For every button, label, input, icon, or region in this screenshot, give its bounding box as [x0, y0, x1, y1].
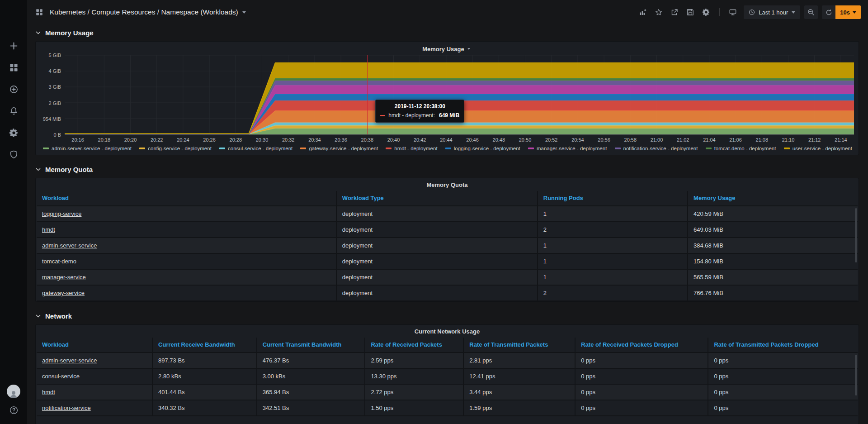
legend-item[interactable]: config-service - deployment: [139, 146, 212, 151]
dashboard-title-dropdown[interactable]: Kubernetes / Compute Resources / Namespa…: [50, 8, 246, 16]
column-header[interactable]: Rate of Transmitted Packets Dropped: [708, 338, 858, 353]
dashboard-picker-button[interactable]: [33, 5, 46, 19]
grafana-logo[interactable]: [5, 5, 22, 22]
dashboard-settings-button[interactable]: [699, 5, 713, 19]
table-cell: 340.32 Bs: [152, 400, 257, 416]
refresh-controls: 10s: [822, 5, 861, 19]
legend-label: notification-service - deployment: [623, 146, 698, 151]
time-range-picker[interactable]: Last 1 hour: [744, 5, 800, 19]
plot-area[interactable]: 2019-11-12 20:38:00 hmdt - deployment: 6…: [65, 55, 854, 135]
column-header[interactable]: Workload: [37, 338, 152, 353]
workload-cell[interactable]: hmdt: [37, 222, 336, 238]
column-header[interactable]: Current Receive Bandwidth: [152, 338, 257, 353]
user-avatar[interactable]: [7, 385, 20, 398]
workload-cell[interactable]: notification-service: [37, 400, 152, 416]
legend-item[interactable]: hmdt - deployment: [386, 146, 437, 151]
workload-cell[interactable]: logging-service: [37, 206, 336, 222]
x-tick-label: 21:02: [677, 137, 689, 143]
workload-link[interactable]: tomcat-demo: [42, 258, 76, 265]
sidebar-item-create[interactable]: [9, 41, 19, 51]
column-header[interactable]: Rate of Transmitted Packets: [463, 338, 575, 353]
workload-cell[interactable]: hmdt: [37, 384, 152, 400]
apps-grid-icon: [36, 9, 43, 16]
x-tick-label: 20:52: [545, 137, 558, 143]
workload-link[interactable]: gateway-service: [42, 290, 85, 296]
workload-link[interactable]: admin-server-service: [42, 242, 97, 249]
workload-cell[interactable]: manager-service: [37, 269, 336, 285]
cycle-view-mode-button[interactable]: [726, 5, 740, 19]
star-dashboard-button[interactable]: [652, 5, 665, 19]
refresh-interval-dropdown[interactable]: 10s: [835, 5, 861, 19]
column-header[interactable]: Workload: [37, 191, 336, 206]
section-memory-quota[interactable]: Memory Quota: [35, 161, 859, 178]
tooltip-value: 649 MiB: [439, 112, 459, 119]
legend-item[interactable]: user-service - deployment: [784, 146, 852, 151]
legend-item[interactable]: consul-service - deployment: [219, 146, 292, 151]
sidebar-item-explore[interactable]: [9, 84, 19, 94]
sidebar-item-configuration[interactable]: [9, 128, 19, 138]
table-cell: deployment: [336, 206, 538, 222]
x-tick-label: 20:20: [124, 137, 137, 143]
scrollbar-thumb[interactable]: [855, 208, 857, 262]
sidebar-item-dashboards[interactable]: [9, 62, 19, 72]
legend-item[interactable]: logging-service - deployment: [445, 146, 520, 151]
table-cell: 1: [538, 269, 688, 285]
chevron-down-icon: [35, 313, 41, 319]
share-dashboard-button[interactable]: [668, 5, 681, 19]
x-tick-label: 20:44: [440, 137, 453, 143]
sidebar-menu: [9, 41, 19, 159]
sidebar-item-help[interactable]: [9, 405, 19, 415]
table-cell: 897.73 Bs: [152, 353, 257, 368]
column-header[interactable]: Running Pods: [538, 191, 688, 206]
panel-title-network[interactable]: Current Network Usage: [37, 325, 858, 338]
table-row: logging-servicedeployment1420.59 MiB: [37, 206, 858, 222]
scrollbar-thumb[interactable]: [855, 355, 857, 395]
workload-link[interactable]: hmdt: [42, 226, 55, 233]
workload-cell[interactable]: gateway-service: [37, 285, 336, 301]
column-header[interactable]: Rate of Received Packets Dropped: [575, 338, 708, 353]
table-cell: deployment: [336, 222, 538, 238]
workload-cell[interactable]: tomcat-demo: [37, 253, 336, 269]
workload-link[interactable]: notification-service: [42, 405, 91, 411]
workload-cell[interactable]: admin-server-service: [37, 353, 152, 368]
workload-link[interactable]: admin-server-service: [42, 357, 97, 364]
panel-title-memory-usage[interactable]: Memory Usage: [38, 43, 854, 55]
legend-item[interactable]: admin-server-service - deployment: [43, 146, 132, 151]
x-tick-label: 20:58: [624, 137, 637, 143]
sidebar-item-server-admin[interactable]: [9, 149, 19, 159]
legend-item[interactable]: tomcat-demo - deployment: [706, 146, 776, 151]
workload-link[interactable]: logging-service: [42, 210, 81, 217]
sidebar-item-alerting[interactable]: [9, 106, 19, 116]
memory-quota-panel: Memory Quota WorkloadWorkload TypeRunnin…: [35, 178, 859, 302]
table-row: hmdtdeployment2649.03 MiB: [37, 222, 858, 238]
caret-down-icon: [242, 11, 246, 14]
table-cell: 2.59 pps: [365, 353, 463, 368]
panel-title-memory-quota[interactable]: Memory Quota: [37, 178, 858, 191]
workload-link[interactable]: manager-service: [42, 274, 86, 281]
table-row: consul-service2.80 kBs3.00 kBs13.30 pps1…: [37, 368, 858, 384]
section-network[interactable]: Network: [35, 308, 859, 324]
add-panel-icon: [639, 9, 646, 16]
add-panel-button[interactable]: [636, 5, 650, 19]
zoom-out-time-button[interactable]: [804, 5, 818, 19]
table-cell: 0 pps: [575, 353, 708, 368]
legend-item[interactable]: notification-service - deployment: [615, 146, 698, 151]
workload-link[interactable]: hmdt: [42, 389, 55, 395]
refresh-icon: [826, 9, 832, 16]
table-row: gateway-servicedeployment2766.76 MiB: [37, 285, 858, 301]
legend-item[interactable]: gateway-service - deployment: [300, 146, 378, 151]
workload-cell[interactable]: consul-service: [37, 368, 152, 384]
column-header[interactable]: Memory Usage: [688, 191, 858, 206]
workload-cell[interactable]: admin-server-service: [37, 238, 336, 253]
save-dashboard-button[interactable]: [684, 5, 697, 19]
column-header[interactable]: Rate of Received Packets: [365, 338, 463, 353]
tooltip-series-label: hmdt - deployment:: [388, 112, 435, 119]
legend-item[interactable]: manager-service - deployment: [528, 146, 607, 151]
column-header[interactable]: Current Transmit Bandwidth: [257, 338, 365, 353]
section-memory-usage[interactable]: Memory Usage: [35, 24, 859, 41]
refresh-button[interactable]: [822, 5, 835, 19]
x-tick-label: 21:06: [729, 137, 742, 143]
workload-link[interactable]: consul-service: [42, 373, 80, 380]
section-title: Network: [45, 312, 72, 320]
column-header[interactable]: Workload Type: [336, 191, 538, 206]
